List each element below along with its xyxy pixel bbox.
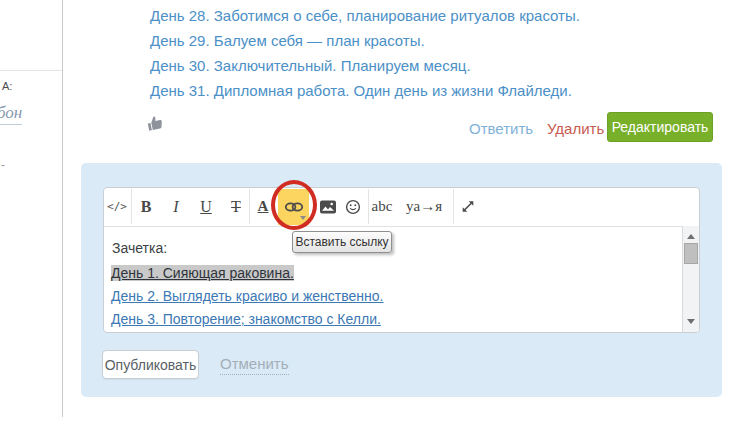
comment-line-2[interactable]: День 29. Балуем себя — план красоты. <box>150 32 425 49</box>
translit-button[interactable]: ya→я <box>406 188 442 225</box>
selected-text[interactable]: День 1. Сияющая раковина. <box>111 265 294 281</box>
italic-button[interactable]: I <box>173 188 178 225</box>
editor-text-heading[interactable]: Зачетка: <box>112 240 167 256</box>
text-color-button[interactable]: A <box>258 188 269 225</box>
day2-link[interactable]: День 2. Выглядеть красиво и женственно. <box>111 288 383 304</box>
insert-link-tooltip: Вставить ссылку <box>292 231 392 253</box>
red-circle-annotation <box>271 180 317 230</box>
day3-link[interactable]: День 3. Повторение; знакомство с Келли. <box>111 311 381 327</box>
toolbar-separator <box>453 189 454 224</box>
emoticon-button[interactable] <box>345 188 361 225</box>
reply-link[interactable]: Ответить <box>469 120 533 137</box>
insert-image-button[interactable] <box>320 188 337 225</box>
sidebar-divider <box>62 0 63 417</box>
image-icon <box>320 200 337 214</box>
rich-text-editor: </> B I U T A <box>103 187 700 333</box>
editor-line-3[interactable]: День 3. Повторение; знакомство с Келли. <box>111 311 381 327</box>
editor-line-2[interactable]: День 2. Выглядеть красиво и женственно. <box>111 288 383 304</box>
spellcheck-button[interactable]: abc <box>372 188 393 225</box>
fullscreen-button[interactable] <box>461 188 476 225</box>
delete-link[interactable]: Удалить <box>547 120 604 137</box>
toolbar-separator <box>249 189 250 224</box>
scrollbar-thumb[interactable] <box>684 243 698 264</box>
expand-arrows-icon <box>461 199 476 214</box>
comment-line-3[interactable]: День 30. Заключительный. Планируем месяц… <box>150 57 471 74</box>
sidebar-dash: - <box>1 158 5 172</box>
html-code-button[interactable]: </> <box>107 188 127 225</box>
sidebar-rule <box>0 70 62 71</box>
strikethrough-button[interactable]: T <box>231 188 241 225</box>
toolbar-separator <box>131 189 132 224</box>
smiley-icon <box>345 199 361 215</box>
sidebar-meta-label: А: <box>2 80 12 92</box>
edit-button[interactable]: Редактировать <box>607 112 713 142</box>
underline-button[interactable]: U <box>200 188 212 225</box>
sidebar-user-link[interactable]: бон <box>0 103 22 125</box>
comment-line-4[interactable]: День 31. Дипломная работа. Один день из … <box>150 82 572 99</box>
bold-button[interactable]: B <box>141 188 152 225</box>
scroll-up-arrow-icon[interactable] <box>687 234 695 239</box>
comment-line-1[interactable]: День 28. Заботимся о себе, планирование … <box>150 7 580 24</box>
publish-button[interactable]: Опубликовать <box>102 350 199 379</box>
toolbar-separator <box>368 189 369 224</box>
page: А: бон - День 28. Заботимся о себе, план… <box>0 0 745 427</box>
editor-scrollbar[interactable] <box>682 226 699 332</box>
editor-toolbar: </> B I U T A <box>104 188 699 227</box>
cancel-link[interactable]: Отменить <box>220 355 289 375</box>
thumbs-up-icon[interactable] <box>146 114 164 136</box>
editor-selected-line[interactable]: День 1. Сияющая раковина. <box>111 265 294 281</box>
scroll-down-arrow-icon[interactable] <box>687 319 695 324</box>
